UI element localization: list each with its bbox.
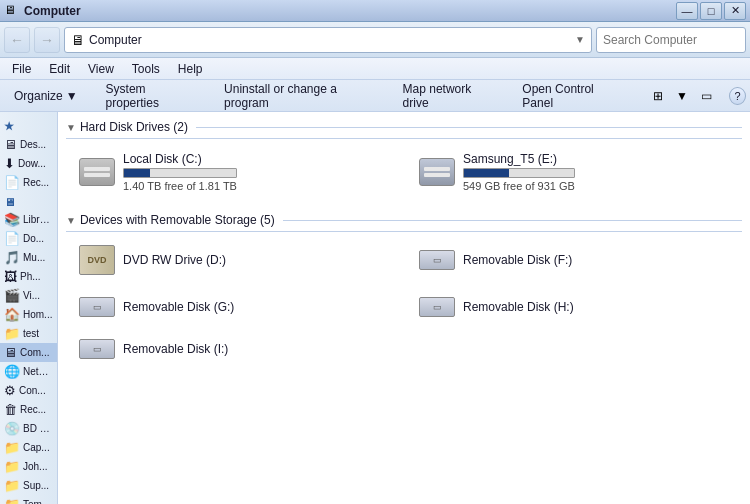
organize-label: Organize <box>14 89 63 103</box>
hard-disk-section-line <box>196 127 742 128</box>
map-network-button[interactable]: Map network drive <box>393 78 505 114</box>
usb-h-icon: ▭ <box>419 297 455 317</box>
drive-d[interactable]: DVD DVD RW Drive (D:) <box>74 240 402 280</box>
sidebar-item-network[interactable]: 🌐 Netw... <box>0 362 57 381</box>
sidebar-item-joh[interactable]: 📁 Joh... <box>0 457 57 476</box>
search-input[interactable] <box>597 33 746 47</box>
drive-c-info: Local Disk (C:) 1.40 TB free of 1.81 TB <box>123 152 237 192</box>
menu-help[interactable]: Help <box>170 60 211 78</box>
drive-i-info: Removable Disk (I:) <box>123 342 228 356</box>
drive-e-name: Samsung_T5 (E:) <box>463 152 575 166</box>
recent-icon: 📄 <box>4 175 20 190</box>
system-properties-button[interactable]: System properties <box>96 78 207 114</box>
drive-g-name: Removable Disk (G:) <box>123 300 234 314</box>
address-bar[interactable]: 🖥 Computer ▼ <box>64 27 592 53</box>
close-button[interactable]: ✕ <box>724 2 746 20</box>
main-layout: ★ 🖥 Des... ⬇ Dow... 📄 Rec... 🖥 📚 Libra..… <box>0 112 750 504</box>
sidebar-item-downloads[interactable]: ⬇ Dow... <box>0 154 57 173</box>
sidebar-item-network-label: Netw... <box>23 366 53 377</box>
drive-c[interactable]: Local Disk (C:) 1.40 TB free of 1.81 TB <box>74 147 402 197</box>
downloads-icon: ⬇ <box>4 156 15 171</box>
sidebar-item-control[interactable]: ⚙ Con... <box>0 381 57 400</box>
desktop-icon: 🖥 <box>4 137 17 152</box>
uninstall-button[interactable]: Uninstall or change a program <box>214 78 384 114</box>
drive-e-space: 549 GB free of 931 GB <box>463 180 575 192</box>
titlebar: 🖥 Computer — □ ✕ <box>0 0 750 22</box>
drive-h[interactable]: ▭ Removable Disk (H:) <box>414 292 742 322</box>
back-button[interactable]: ← <box>4 27 30 53</box>
test-icon: 📁 <box>4 326 20 341</box>
sidebar-item-libraries[interactable]: 📚 Libra... <box>0 210 57 229</box>
computer-icon: 🖥 <box>4 3 20 19</box>
hard-disk-grid: Local Disk (C:) 1.40 TB free of 1.81 TB … <box>66 147 742 197</box>
sidebar-item-cap[interactable]: 📁 Cap... <box>0 438 57 457</box>
removable-chevron[interactable]: ▼ <box>66 215 76 226</box>
menu-view[interactable]: View <box>80 60 122 78</box>
drive-g-info: Removable Disk (G:) <box>123 300 234 314</box>
hd-e-plate-2 <box>424 173 450 177</box>
titlebar-title: Computer <box>24 4 81 18</box>
cap-icon: 📁 <box>4 440 20 455</box>
sidebar-item-libraries-label: Libra... <box>23 214 53 225</box>
sidebar-item-cap-label: Cap... <box>23 442 50 453</box>
control-panel-button[interactable]: Open Control Panel <box>512 78 631 114</box>
hd-c-icon <box>79 158 115 186</box>
view-preview-icon[interactable]: ▭ <box>695 85 717 107</box>
forward-button[interactable]: → <box>34 27 60 53</box>
drive-i[interactable]: ▭ Removable Disk (I:) <box>74 334 402 364</box>
sidebar-item-bd[interactable]: 💿 BD D... <box>0 419 57 438</box>
toolbar: ← → 🖥 Computer ▼ 🔍 <box>0 22 750 58</box>
drive-f-info: Removable Disk (F:) <box>463 253 572 267</box>
minimize-button[interactable]: — <box>676 2 698 20</box>
sidebar-item-tem[interactable]: 📁 Tem... <box>0 495 57 504</box>
drive-c-bar <box>124 169 150 177</box>
drive-e[interactable]: Samsung_T5 (E:) 549 GB free of 931 GB <box>414 147 742 197</box>
sidebar-item-recent[interactable]: 📄 Rec... <box>0 173 57 192</box>
sidebar: ★ 🖥 Des... ⬇ Dow... 📄 Rec... 🖥 📚 Libra..… <box>0 112 58 504</box>
maximize-button[interactable]: □ <box>700 2 722 20</box>
drive-g[interactable]: ▭ Removable Disk (G:) <box>74 292 402 322</box>
address-dropdown-icon[interactable]: ▼ <box>575 34 585 45</box>
menu-file[interactable]: File <box>4 60 39 78</box>
help-button[interactable]: ? <box>729 87 746 105</box>
hard-disk-title: Hard Disk Drives (2) <box>80 120 188 134</box>
sidebar-item-computer[interactable]: 🖥 Com... <box>0 343 57 362</box>
hd-plate-2 <box>84 173 110 177</box>
videos-icon: 🎬 <box>4 288 20 303</box>
recycle-icon: 🗑 <box>4 402 17 417</box>
drive-e-bar <box>464 169 509 177</box>
sidebar-item-desktop[interactable]: 🖥 Des... <box>0 135 57 154</box>
control-panel-label: Open Control Panel <box>522 82 621 110</box>
sidebar-item-downloads-label: Dow... <box>18 158 46 169</box>
sidebar-item-joh-label: Joh... <box>23 461 47 472</box>
view-dropdown-icon[interactable]: ▼ <box>671 85 693 107</box>
sidebar-item-sup-label: Sup... <box>23 480 49 491</box>
drive-i-name: Removable Disk (I:) <box>123 342 228 356</box>
menu-edit[interactable]: Edit <box>41 60 78 78</box>
drive-h-name: Removable Disk (H:) <box>463 300 574 314</box>
sidebar-item-desktop-label: Des... <box>20 139 46 150</box>
organize-button[interactable]: Organize ▼ <box>4 85 88 107</box>
drive-e-info: Samsung_T5 (E:) 549 GB free of 931 GB <box>463 152 575 192</box>
sidebar-item-home[interactable]: 🏠 Hom... <box>0 305 57 324</box>
sidebar-item-recycle[interactable]: 🗑 Rec... <box>0 400 57 419</box>
sidebar-item-docs[interactable]: 📄 Do... <box>0 229 57 248</box>
sup-icon: 📁 <box>4 478 20 493</box>
drive-c-bar-container <box>123 168 237 178</box>
sidebar-item-bd-label: BD D... <box>23 423 53 434</box>
menu-tools[interactable]: Tools <box>124 60 168 78</box>
sidebar-item-music[interactable]: 🎵 Mu... <box>0 248 57 267</box>
sidebar-item-music-label: Mu... <box>23 252 45 263</box>
desktop2-icon: 🖥 <box>4 196 15 208</box>
sidebar-item-sup[interactable]: 📁 Sup... <box>0 476 57 495</box>
view-change-icon[interactable]: ⊞ <box>647 85 669 107</box>
sidebar-item-control-label: Con... <box>19 385 46 396</box>
sidebar-item-test[interactable]: 📁 test <box>0 324 57 343</box>
hard-disk-chevron[interactable]: ▼ <box>66 122 76 133</box>
joh-icon: 📁 <box>4 459 20 474</box>
hard-disk-section-header: ▼ Hard Disk Drives (2) <box>66 120 742 139</box>
sidebar-item-videos[interactable]: 🎬 Vi... <box>0 286 57 305</box>
hd-e-plate-1 <box>424 167 450 171</box>
sidebar-item-photos[interactable]: 🖼 Ph... <box>0 267 57 286</box>
drive-f[interactable]: ▭ Removable Disk (F:) <box>414 240 742 280</box>
